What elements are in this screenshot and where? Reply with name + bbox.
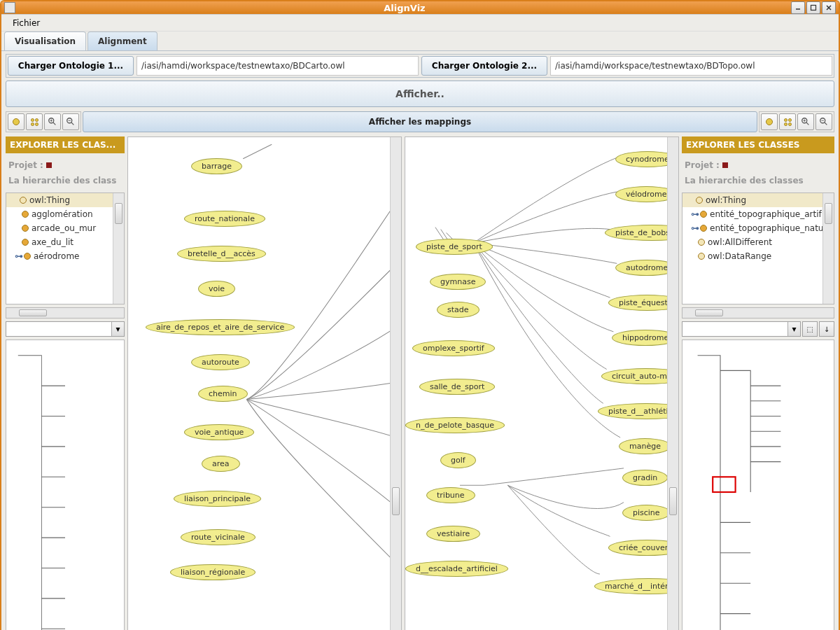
load-ontology-row: Charger Ontologie 1... /iasi/hamdi/works…	[6, 54, 834, 78]
zoom-out-icon-r[interactable]	[816, 113, 832, 130]
graph-node[interactable]: bretelle_d__accès	[177, 246, 266, 262]
graph-node[interactable]: piste_de_sport	[416, 239, 493, 255]
tree-item[interactable]: ⊶entité_topographique_artif	[682, 207, 822, 221]
single-node-icon[interactable]	[8, 113, 24, 130]
graph-scrollbar-v[interactable]	[667, 137, 678, 630]
left-side-panel: EXPLORER LES CLAS... Projet : La hierarc…	[6, 136, 125, 630]
ontology-1-path[interactable]: /iasi/hamdi/workspace/testnewtaxo/BDCart…	[136, 56, 419, 76]
graph-node[interactable]: marché_d__intérêt_nat	[594, 578, 678, 594]
graph-node[interactable]: route_vicinale	[181, 529, 255, 545]
tab-visualisation[interactable]: Visualisation	[4, 31, 86, 50]
right-overview[interactable]	[682, 340, 834, 630]
close-button[interactable]	[822, 1, 836, 14]
maximize-button[interactable]	[806, 1, 820, 14]
tree-scrollbar-v[interactable]	[822, 193, 834, 304]
app-icon	[4, 2, 15, 13]
right-combo[interactable]: ▾	[682, 321, 801, 337]
tree-scrollbar-v[interactable]	[113, 193, 124, 304]
graph-node[interactable]: tribune	[426, 487, 475, 503]
mini-btn-1[interactable]: ⬚	[802, 321, 818, 337]
load-ontology-1-button[interactable]: Charger Ontologie 1...	[8, 56, 134, 76]
svg-line-13	[825, 122, 827, 125]
left-hierarchy-label: La hierarchie des class	[6, 174, 125, 190]
afficher-button[interactable]: Afficher..	[6, 80, 834, 107]
right-hierarchy-label: La hierarchie des classes	[682, 174, 834, 190]
tree-item[interactable]: axe_du_lit	[6, 235, 113, 249]
graph-node[interactable]: manège	[619, 438, 671, 454]
minimize-button[interactable]	[791, 1, 805, 14]
graph-node[interactable]: salle_de_sport	[419, 379, 495, 395]
graph-node[interactable]: area	[202, 456, 240, 472]
graph-node[interactable]: liaison_principale	[174, 491, 261, 507]
tree-item[interactable]: owl:Thing	[682, 193, 822, 207]
graph-node[interactable]: aire_de_repos_et_aire_de_service	[146, 319, 295, 335]
ontology-2-path[interactable]: /iasi/hamdi/workspace/testnewtaxo/BDTopo…	[550, 56, 832, 76]
graph-node[interactable]: barrage	[191, 158, 242, 174]
zoom-out-icon[interactable]	[62, 113, 79, 130]
mini-btn-2[interactable]: ↓	[819, 321, 834, 337]
graph-node[interactable]: piscine	[622, 505, 671, 521]
tree-item[interactable]: ⊶entité_topographique_natu	[682, 221, 822, 235]
app-window: AlignViz Fichier Visualisation Alignment…	[0, 0, 840, 630]
menubar: Fichier	[1, 15, 839, 31]
left-projet-label: Projet :	[6, 156, 125, 172]
tree-scrollbar-h[interactable]	[682, 307, 834, 318]
multi-node-icon[interactable]	[26, 113, 43, 130]
graph-node[interactable]: vestiaire	[426, 526, 480, 542]
left-graph-pane[interactable]: barrageroute_nationalebretelle_d__accèsv…	[127, 136, 402, 630]
projet-dot-icon	[46, 162, 52, 168]
graph-node[interactable]: gymnase	[430, 274, 486, 290]
graph-node[interactable]: chemin	[198, 386, 248, 402]
svg-line-9	[806, 122, 809, 125]
right-side-panel: EXPLORER LES CLASSES Projet : La hierarc…	[682, 136, 834, 630]
main-split: EXPLORER LES CLAS... Projet : La hierarc…	[6, 136, 834, 630]
graph-node[interactable]: omplexe_sportif	[412, 340, 495, 356]
toolbar-row: Afficher les mappings	[6, 111, 834, 132]
graph-node[interactable]: piste_d__athlétisme	[598, 403, 678, 419]
graph-node[interactable]: stade	[437, 302, 479, 318]
show-mappings-button[interactable]: Afficher les mappings	[83, 111, 757, 132]
graph-node[interactable]: n_de_pelote_basque	[405, 417, 505, 433]
tab-row: Visualisation Alignment	[1, 31, 839, 51]
graph-node[interactable]: voie_antique	[184, 424, 254, 440]
tree-item[interactable]: owl:Thing	[6, 193, 113, 207]
tree-item[interactable]: ⊶aérodrome	[6, 249, 113, 263]
svg-rect-16	[713, 477, 735, 492]
left-tree-box: owl:Thing agglomération arcade_ou_mur ax…	[6, 192, 125, 304]
left-tool-cluster	[6, 111, 81, 132]
right-graph-pane[interactable]: piste_de_sportgymnasestadeomplexe_sporti…	[405, 136, 679, 630]
right-tree-box: owl:Thing ⊶entité_topographique_artif ⊶e…	[682, 192, 834, 304]
graph-node[interactable]: autoroute	[191, 354, 250, 370]
graph-node[interactable]: golf	[440, 452, 476, 468]
zoom-in-icon[interactable]	[44, 113, 61, 130]
single-node-icon-r[interactable]	[761, 113, 778, 130]
graph-node[interactable]: d__escalade_artificiel	[405, 561, 508, 577]
projet-dot-icon	[722, 162, 728, 168]
left-overview[interactable]	[6, 340, 125, 630]
tree-item[interactable]: agglomération	[6, 207, 113, 221]
left-explorer-header: EXPLORER LES CLAS...	[6, 136, 125, 153]
menu-file[interactable]: Fichier	[7, 17, 46, 29]
graph-node[interactable]: route_nationale	[184, 211, 265, 227]
svg-rect-0	[811, 6, 816, 10]
svg-line-6	[71, 122, 74, 125]
right-projet-label: Projet :	[682, 156, 834, 172]
titlebar: AlignViz	[1, 1, 839, 14]
zoom-in-icon-r[interactable]	[797, 113, 814, 130]
tree-item[interactable]: owl:DataRange	[682, 249, 822, 263]
right-explorer-header: EXPLORER LES CLASSES	[682, 136, 834, 153]
graph-node[interactable]: gradin	[622, 470, 668, 486]
graph-node[interactable]: liaison_régionale	[170, 564, 255, 580]
tree-item[interactable]: arcade_ou_mur	[6, 221, 113, 235]
right-tool-cluster	[759, 111, 834, 132]
svg-line-2	[53, 122, 56, 125]
tab-alignment[interactable]: Alignment	[88, 31, 158, 50]
window-title: AlignViz	[18, 3, 791, 13]
graph-node[interactable]: voie	[198, 281, 235, 297]
left-combo[interactable]: ▾	[6, 321, 125, 337]
tree-item[interactable]: owl:AllDifferent	[682, 235, 822, 249]
tree-scrollbar-h[interactable]	[6, 307, 125, 318]
multi-node-icon-r[interactable]	[779, 113, 796, 130]
load-ontology-2-button[interactable]: Charger Ontologie 2...	[421, 56, 547, 76]
graph-scrollbar-v[interactable]	[390, 137, 401, 630]
